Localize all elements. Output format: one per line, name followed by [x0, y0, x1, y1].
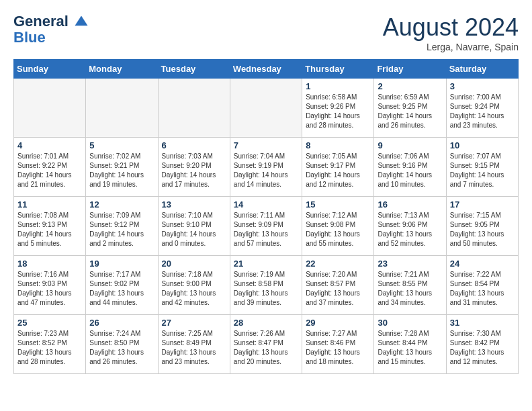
title-section: August 2024 Lerga, Navarre, Spain — [383, 13, 519, 52]
day-info: Sunrise: 7:30 AMSunset: 8:42 PMDaylight:… — [450, 329, 515, 367]
page-header: General Blue August 2024 Lerga, Navarre,… — [13, 13, 519, 52]
calendar-cell: 31Sunrise: 7:30 AMSunset: 8:42 PMDayligh… — [446, 315, 518, 374]
logo-subtitle: Blue — [13, 30, 89, 46]
day-header-monday: Monday — [86, 60, 158, 79]
day-number: 20 — [162, 259, 226, 269]
calendar-cell — [86, 79, 158, 138]
calendar-cell: 28Sunrise: 7:26 AMSunset: 8:47 PMDayligh… — [230, 315, 302, 374]
day-number: 18 — [17, 259, 82, 269]
day-info: Sunrise: 7:19 AMSunset: 8:58 PMDaylight:… — [234, 270, 298, 308]
calendar-cell: 21Sunrise: 7:19 AMSunset: 8:58 PMDayligh… — [230, 256, 302, 315]
day-info: Sunrise: 7:21 AMSunset: 8:55 PMDaylight:… — [378, 270, 442, 308]
day-info: Sunrise: 7:26 AMSunset: 8:47 PMDaylight:… — [234, 329, 298, 367]
day-number: 10 — [450, 140, 515, 150]
month-title: August 2024 — [383, 13, 519, 42]
calendar-cell: 5Sunrise: 7:02 AMSunset: 9:21 PMDaylight… — [86, 138, 158, 197]
calendar-cell: 29Sunrise: 7:27 AMSunset: 8:46 PMDayligh… — [302, 315, 374, 374]
day-info: Sunrise: 7:06 AMSunset: 9:16 PMDaylight:… — [378, 152, 442, 189]
day-info: Sunrise: 7:28 AMSunset: 8:44 PMDaylight:… — [378, 329, 442, 367]
calendar-cell: 24Sunrise: 7:22 AMSunset: 8:54 PMDayligh… — [446, 256, 518, 315]
calendar-cell: 20Sunrise: 7:18 AMSunset: 9:00 PMDayligh… — [158, 256, 230, 315]
day-number: 8 — [306, 140, 370, 150]
day-info: Sunrise: 7:27 AMSunset: 8:46 PMDaylight:… — [306, 329, 370, 367]
day-number: 11 — [17, 199, 82, 210]
calendar-cell: 30Sunrise: 7:28 AMSunset: 8:44 PMDayligh… — [374, 315, 446, 374]
day-info: Sunrise: 7:18 AMSunset: 9:00 PMDaylight:… — [162, 270, 226, 308]
calendar-cell: 8Sunrise: 7:05 AMSunset: 9:17 PMDaylight… — [302, 138, 374, 197]
day-info: Sunrise: 7:02 AMSunset: 9:21 PMDaylight:… — [89, 152, 154, 189]
day-number: 25 — [17, 318, 82, 328]
day-number: 1 — [306, 81, 370, 91]
day-number: 4 — [17, 140, 82, 150]
day-header-saturday: Saturday — [446, 60, 518, 79]
day-info: Sunrise: 7:03 AMSunset: 9:20 PMDaylight:… — [162, 152, 226, 189]
day-number: 26 — [89, 318, 154, 328]
day-header-wednesday: Wednesday — [230, 60, 302, 79]
day-number: 14 — [234, 199, 298, 210]
week-row-1: 1Sunrise: 6:58 AMSunset: 9:26 PMDaylight… — [14, 79, 519, 138]
day-number: 23 — [378, 259, 442, 269]
calendar-cell: 15Sunrise: 7:12 AMSunset: 9:08 PMDayligh… — [302, 197, 374, 256]
calendar-cell: 18Sunrise: 7:16 AMSunset: 9:03 PMDayligh… — [14, 256, 86, 315]
day-header-tuesday: Tuesday — [158, 60, 230, 79]
location: Lerga, Navarre, Spain — [383, 42, 519, 52]
week-row-4: 18Sunrise: 7:16 AMSunset: 9:03 PMDayligh… — [14, 256, 519, 315]
calendar-cell: 9Sunrise: 7:06 AMSunset: 9:16 PMDaylight… — [374, 138, 446, 197]
day-number: 29 — [306, 318, 370, 328]
calendar-cell: 10Sunrise: 7:07 AMSunset: 9:15 PMDayligh… — [446, 138, 518, 197]
day-number: 28 — [234, 318, 298, 328]
day-number: 22 — [306, 259, 370, 269]
calendar-table: SundayMondayTuesdayWednesdayThursdayFrid… — [13, 59, 519, 374]
day-info: Sunrise: 6:58 AMSunset: 9:26 PMDaylight:… — [306, 93, 370, 130]
day-info: Sunrise: 7:15 AMSunset: 9:05 PMDaylight:… — [450, 211, 515, 248]
calendar-cell: 25Sunrise: 7:23 AMSunset: 8:52 PMDayligh… — [14, 315, 86, 374]
day-info: Sunrise: 7:16 AMSunset: 9:03 PMDaylight:… — [17, 270, 82, 308]
day-info: Sunrise: 7:12 AMSunset: 9:08 PMDaylight:… — [306, 211, 370, 248]
day-info: Sunrise: 7:01 AMSunset: 9:22 PMDaylight:… — [17, 152, 82, 189]
calendar-cell: 26Sunrise: 7:24 AMSunset: 8:50 PMDayligh… — [86, 315, 158, 374]
day-info: Sunrise: 7:04 AMSunset: 9:19 PMDaylight:… — [234, 152, 298, 189]
calendar-cell: 7Sunrise: 7:04 AMSunset: 9:19 PMDaylight… — [230, 138, 302, 197]
day-number: 6 — [162, 140, 226, 150]
day-number: 3 — [450, 81, 515, 91]
day-number: 17 — [450, 199, 515, 210]
day-number: 7 — [234, 140, 298, 150]
day-number: 13 — [162, 199, 226, 210]
calendar-cell: 1Sunrise: 6:58 AMSunset: 9:26 PMDaylight… — [302, 79, 374, 138]
day-info: Sunrise: 7:17 AMSunset: 9:02 PMDaylight:… — [89, 270, 154, 308]
calendar-cell — [14, 79, 86, 138]
day-info: Sunrise: 6:59 AMSunset: 9:25 PMDaylight:… — [378, 93, 442, 130]
day-info: Sunrise: 7:13 AMSunset: 9:06 PMDaylight:… — [378, 211, 442, 248]
calendar-cell: 3Sunrise: 7:00 AMSunset: 9:24 PMDaylight… — [446, 79, 518, 138]
day-header-thursday: Thursday — [302, 60, 374, 79]
day-info: Sunrise: 7:10 AMSunset: 9:10 PMDaylight:… — [162, 211, 226, 248]
week-row-3: 11Sunrise: 7:08 AMSunset: 9:13 PMDayligh… — [14, 197, 519, 256]
calendar-cell: 17Sunrise: 7:15 AMSunset: 9:05 PMDayligh… — [446, 197, 518, 256]
day-number: 9 — [378, 140, 442, 150]
day-info: Sunrise: 7:09 AMSunset: 9:12 PMDaylight:… — [89, 211, 154, 248]
calendar-cell: 16Sunrise: 7:13 AMSunset: 9:06 PMDayligh… — [374, 197, 446, 256]
day-info: Sunrise: 7:20 AMSunset: 8:57 PMDaylight:… — [306, 270, 370, 308]
logo-text: General — [13, 13, 89, 30]
day-info: Sunrise: 7:11 AMSunset: 9:09 PMDaylight:… — [234, 211, 298, 248]
day-info: Sunrise: 7:05 AMSunset: 9:17 PMDaylight:… — [306, 152, 370, 189]
day-number: 19 — [89, 259, 154, 269]
day-header-friday: Friday — [374, 60, 446, 79]
calendar-cell: 19Sunrise: 7:17 AMSunset: 9:02 PMDayligh… — [86, 256, 158, 315]
day-number: 27 — [162, 318, 226, 328]
calendar-cell: 4Sunrise: 7:01 AMSunset: 9:22 PMDaylight… — [14, 138, 86, 197]
day-number: 2 — [378, 81, 442, 91]
calendar-cell: 6Sunrise: 7:03 AMSunset: 9:20 PMDaylight… — [158, 138, 230, 197]
week-row-5: 25Sunrise: 7:23 AMSunset: 8:52 PMDayligh… — [14, 315, 519, 374]
calendar-cell: 14Sunrise: 7:11 AMSunset: 9:09 PMDayligh… — [230, 197, 302, 256]
day-info: Sunrise: 7:00 AMSunset: 9:24 PMDaylight:… — [450, 93, 515, 130]
day-number: 12 — [89, 199, 154, 210]
day-info: Sunrise: 7:22 AMSunset: 8:54 PMDaylight:… — [450, 270, 515, 308]
calendar-cell: 13Sunrise: 7:10 AMSunset: 9:10 PMDayligh… — [158, 197, 230, 256]
days-header-row: SundayMondayTuesdayWednesdayThursdayFrid… — [14, 60, 519, 79]
calendar-cell: 23Sunrise: 7:21 AMSunset: 8:55 PMDayligh… — [374, 256, 446, 315]
logo: General Blue — [13, 13, 89, 46]
calendar-cell — [230, 79, 302, 138]
week-row-2: 4Sunrise: 7:01 AMSunset: 9:22 PMDaylight… — [14, 138, 519, 197]
calendar-cell: 22Sunrise: 7:20 AMSunset: 8:57 PMDayligh… — [302, 256, 374, 315]
